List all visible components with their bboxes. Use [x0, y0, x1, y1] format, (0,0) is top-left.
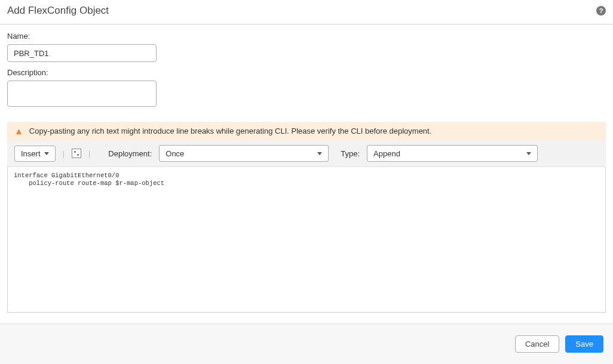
help-icon[interactable]: ?	[596, 6, 606, 16]
warning-banner: ▲ Copy-pasting any rich text might intro…	[7, 122, 606, 140]
deployment-select[interactable]: Once	[159, 145, 329, 162]
deployment-value: Once	[165, 149, 184, 158]
description-label: Description:	[7, 68, 606, 77]
chevron-down-icon	[317, 152, 322, 155]
name-label: Name:	[7, 32, 606, 41]
dialog-header: Add FlexConfig Object ?	[0, 0, 613, 24]
editor-section: ▲ Copy-pasting any rich text might intro…	[0, 122, 613, 314]
type-label: Type:	[341, 149, 360, 158]
chevron-down-icon	[44, 152, 49, 155]
description-input[interactable]	[7, 81, 157, 107]
warning-icon: ▲	[14, 127, 23, 135]
insert-button-label: Insert	[21, 149, 41, 158]
dialog-title: Add FlexConfig Object	[7, 5, 109, 17]
type-select[interactable]: Append	[367, 145, 538, 162]
toolbar-separator: |	[88, 149, 90, 158]
chevron-down-icon	[526, 152, 531, 155]
toolbar-separator: |	[63, 149, 65, 158]
name-input[interactable]	[7, 44, 157, 62]
type-value: Append	[373, 149, 400, 158]
warning-text: Copy-pasting any rich text might introdu…	[29, 127, 431, 135]
insert-button[interactable]: Insert	[14, 146, 56, 162]
dialog-footer: Cancel Save	[0, 323, 613, 364]
save-button[interactable]: Save	[565, 335, 603, 353]
deployment-label: Deployment:	[108, 149, 152, 158]
cancel-button[interactable]: Cancel	[515, 335, 559, 353]
cli-editor[interactable]	[7, 167, 606, 313]
form-area: Name: Description:	[0, 24, 613, 122]
editor-toolbar: Insert | | Deployment: Once Type: Append	[7, 140, 606, 167]
variable-icon[interactable]	[72, 149, 81, 158]
